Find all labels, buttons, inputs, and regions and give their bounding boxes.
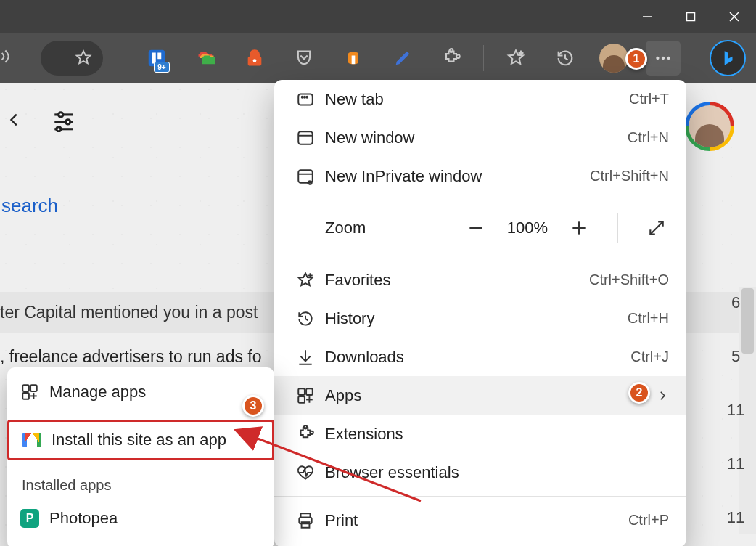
dashlane-extension-icon[interactable]: 9+ — [139, 41, 174, 76]
window-close-button[interactable] — [712, 0, 756, 33]
tune-filters-button[interactable] — [49, 98, 78, 142]
svg-rect-39 — [298, 388, 305, 395]
menu-downloads[interactable]: Downloads Ctrl+J — [274, 338, 686, 376]
avatar-icon — [599, 44, 628, 73]
menu-shortcut: Ctrl+Shift+O — [589, 272, 669, 288]
svg-point-17 — [59, 113, 63, 117]
menu-separator — [274, 496, 686, 497]
submenu-app-photopea[interactable]: P Photopea — [7, 498, 274, 539]
menu-shortcut: Ctrl+P — [628, 512, 669, 529]
svg-rect-40 — [306, 388, 313, 395]
gmail-icon — [22, 433, 41, 447]
window-titlebar — [0, 0, 756, 33]
menu-label: Downloads — [319, 348, 630, 367]
menu-apps[interactable]: Apps — [274, 376, 686, 415]
google-account-avatar[interactable] — [685, 102, 734, 151]
content-line-text: , freelance advertisers to run ads fo — [0, 347, 262, 366]
menu-shortcut: Ctrl+H — [628, 310, 669, 327]
menu-new-window[interactable]: New window Ctrl+N — [274, 118, 686, 157]
submenu-label: Install this site as an app — [52, 431, 226, 449]
svg-rect-51 — [22, 393, 29, 399]
svg-point-19 — [66, 120, 70, 124]
favorites-button[interactable] — [498, 41, 533, 76]
avatar-icon — [689, 105, 731, 147]
read-aloud-icon[interactable] — [0, 41, 26, 76]
search-link[interactable]: search — [0, 195, 58, 217]
svg-rect-50 — [30, 385, 37, 391]
menu-separator — [274, 200, 686, 200]
calendar-column: 6 5 11 11 11 11 — [726, 292, 746, 546]
cal-cell: 5 — [731, 346, 740, 367]
downloads-icon — [292, 348, 319, 367]
bing-chat-button[interactable] — [710, 41, 746, 76]
photopea-icon: P — [20, 509, 39, 528]
zoom-divider — [617, 213, 618, 243]
menu-new-tab[interactable]: New tab Ctrl+T — [274, 80, 686, 118]
history-button[interactable] — [548, 41, 583, 76]
settings-more-button[interactable] — [646, 41, 681, 76]
heart-pulse-icon — [292, 463, 319, 482]
svg-point-25 — [306, 96, 308, 97]
menu-label: History — [319, 309, 628, 328]
svg-rect-26 — [298, 131, 313, 144]
svg-point-7 — [253, 59, 257, 62]
menu-extensions[interactable]: Extensions — [274, 415, 686, 453]
menu-history[interactable]: History Ctrl+H — [274, 299, 686, 338]
zoom-in-button[interactable] — [567, 216, 591, 240]
window-maximize-button[interactable] — [669, 0, 712, 33]
menu-print[interactable]: Print Ctrl+P — [274, 501, 686, 539]
pocket-extension-icon[interactable] — [287, 41, 321, 76]
zoom-label: Zoom — [292, 219, 464, 237]
menu-shortcut: Ctrl+N — [628, 129, 669, 146]
apps-icon — [20, 383, 39, 402]
callout-badge-2: 2 — [628, 382, 650, 404]
menu-separator — [274, 256, 686, 256]
fullscreen-button[interactable] — [644, 216, 669, 240]
svg-point-45 — [311, 431, 313, 433]
menu-label: Print — [319, 511, 628, 530]
menu-shortcut: Ctrl+Shift+N — [590, 168, 669, 184]
settings-menu: New tab Ctrl+T New window Ctrl+N New InP… — [274, 80, 686, 546]
menu-new-inprivate[interactable]: New InPrivate window Ctrl+Shift+N — [274, 157, 686, 195]
window-minimize-button[interactable] — [625, 0, 669, 33]
cal-cell: 11 — [727, 453, 744, 475]
menu-favorites[interactable]: Favorites Ctrl+Shift+O — [274, 261, 686, 299]
menu-zoom-row: Zoom 100% — [274, 205, 686, 251]
avast-extension-icon[interactable] — [336, 41, 371, 76]
menu-shortcut: Ctrl+T — [629, 91, 669, 107]
chevron-right-icon — [656, 389, 669, 402]
cal-cell: 11 — [727, 507, 744, 529]
svg-rect-41 — [298, 396, 305, 403]
folders-extension-icon[interactable] — [189, 41, 223, 76]
extensions-button[interactable] — [434, 41, 469, 76]
menu-label: Extensions — [319, 425, 669, 444]
menu-label: New InPrivate window — [319, 167, 590, 186]
password-extension-icon[interactable] — [237, 41, 272, 76]
back-button[interactable] — [0, 98, 29, 142]
edit-extension-icon[interactable] — [385, 41, 420, 76]
menu-label: Browser essentials — [319, 463, 669, 482]
svg-rect-8 — [351, 56, 355, 65]
svg-point-14 — [662, 57, 665, 60]
print-icon — [292, 511, 319, 530]
svg-rect-48 — [302, 522, 310, 528]
content-line: , freelance advertisers to run ads fo — [0, 347, 262, 367]
menu-label: Apps — [319, 386, 647, 405]
zoom-out-button[interactable] — [464, 216, 488, 240]
history-icon — [292, 309, 319, 328]
svg-point-9 — [450, 49, 453, 52]
svg-rect-49 — [22, 385, 29, 391]
svg-point-21 — [57, 127, 61, 131]
submenu-install-site-as-app[interactable]: Install this site as an app — [7, 420, 274, 460]
menu-browser-essentials[interactable]: Browser essentials — [274, 453, 686, 492]
page-top-controls — [0, 98, 78, 142]
svg-line-34 — [650, 221, 662, 234]
new-window-icon — [292, 129, 319, 147]
submenu-manage-apps[interactable]: Manage apps — [7, 372, 274, 412]
apps-submenu: Manage apps Install this site as an app … — [7, 367, 274, 546]
apps-icon — [292, 386, 319, 405]
favorites-star-button[interactable] — [41, 41, 104, 76]
svg-rect-1 — [687, 12, 695, 20]
menu-shortcut: Ctrl+J — [630, 349, 669, 365]
extensions-icon — [292, 425, 319, 444]
